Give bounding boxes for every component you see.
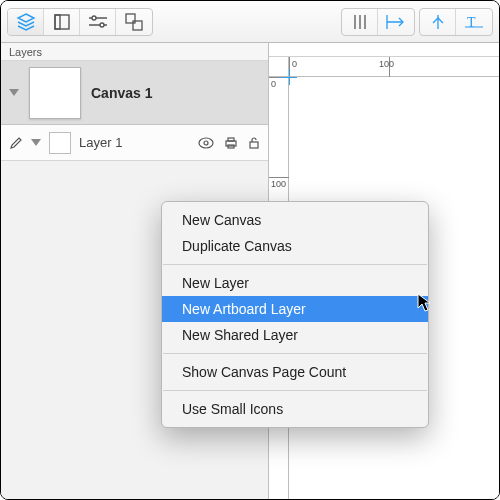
canvas-thumbnail[interactable]: [29, 67, 81, 119]
menu-new-artboard-layer[interactable]: New Artboard Layer: [162, 296, 428, 322]
svg-text:T: T: [467, 15, 476, 30]
menu-use-small-icons[interactable]: Use Small Icons: [162, 396, 428, 422]
ruler-origin-corner[interactable]: [269, 57, 289, 77]
menu-separator: [163, 353, 427, 354]
menu-duplicate-canvas[interactable]: Duplicate Canvas: [162, 233, 428, 259]
visibility-eye-icon[interactable]: [198, 137, 214, 149]
horizontal-ruler[interactable]: 0 100: [269, 57, 499, 77]
layer-thumbnail[interactable]: [49, 132, 71, 154]
lock-icon[interactable]: [248, 136, 260, 150]
svg-point-5: [92, 16, 96, 20]
disclosure-triangle-icon[interactable]: [9, 89, 19, 96]
ruler-h-tick-100: 100: [379, 59, 394, 69]
menu-show-canvas-page-count[interactable]: Show Canvas Page Count: [162, 359, 428, 385]
menu-new-layer[interactable]: New Layer: [162, 270, 428, 296]
outline-panel-tab[interactable]: [116, 9, 152, 35]
layer-name: Layer 1: [79, 135, 122, 150]
origin-marker-icon: [289, 77, 299, 87]
sidebar-title: Layers: [1, 43, 268, 61]
svg-rect-21: [250, 142, 258, 148]
svg-point-17: [204, 141, 208, 145]
menu-new-shared-layer[interactable]: New Shared Layer: [162, 322, 428, 348]
svg-marker-0: [18, 14, 34, 22]
svg-rect-1: [55, 15, 69, 29]
ruler-h-tick-0: 0: [292, 59, 297, 69]
layers-panel-tab[interactable]: [8, 9, 44, 35]
artboard-panel-tab[interactable]: [44, 9, 80, 35]
guide-buttons: [341, 8, 415, 36]
context-menu: New Canvas Duplicate Canvas New Layer Ne…: [161, 201, 429, 428]
ruler-v-tick-0: 0: [271, 79, 276, 89]
columns-guide-button[interactable]: [342, 9, 378, 35]
align-left-guide-button[interactable]: [378, 9, 414, 35]
print-icon[interactable]: [224, 136, 238, 150]
layer-row[interactable]: Layer 1: [1, 125, 268, 161]
pencil-icon[interactable]: [9, 136, 23, 150]
guide-buttons-2: T: [419, 8, 493, 36]
menu-new-canvas[interactable]: New Canvas: [162, 207, 428, 233]
baseline-guide-button[interactable]: T: [456, 9, 492, 35]
sliders-panel-tab[interactable]: [80, 9, 116, 35]
menu-separator: [163, 264, 427, 265]
ruler-v-tick-100: 100: [271, 179, 286, 189]
canvas-name: Canvas 1: [91, 85, 152, 101]
svg-rect-2: [55, 15, 60, 29]
panel-tabs: [7, 8, 153, 36]
disclosure-triangle-icon[interactable]: [31, 139, 41, 146]
svg-point-16: [199, 138, 213, 148]
align-center-guide-button[interactable]: [420, 9, 456, 35]
canvas-mini-toolbar: [269, 43, 499, 57]
svg-point-6: [100, 23, 104, 27]
canvas-row[interactable]: Canvas 1: [1, 61, 268, 125]
app-toolbar: T: [1, 1, 499, 43]
menu-separator: [163, 390, 427, 391]
svg-rect-19: [228, 138, 234, 141]
